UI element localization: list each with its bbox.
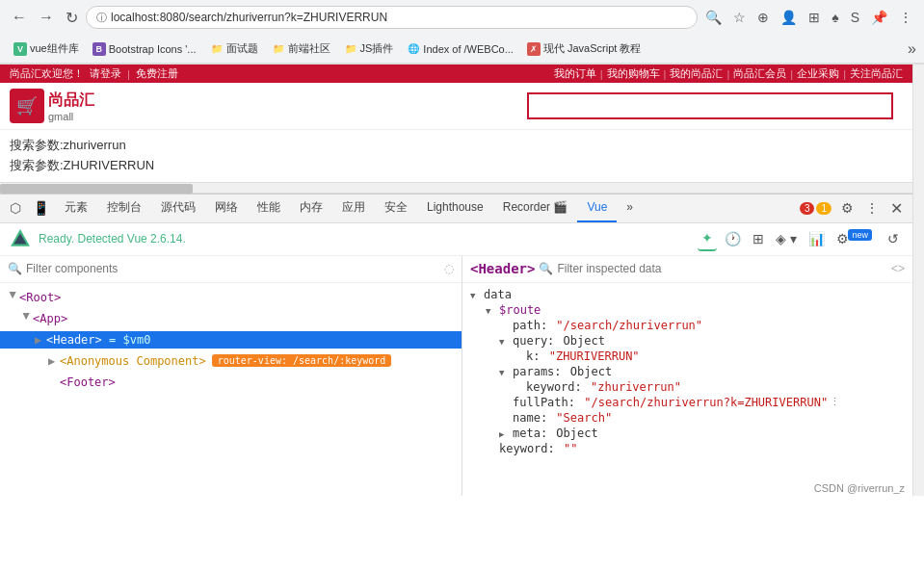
bookmark-plugin[interactable]: 📁 JS插件 — [338, 39, 400, 59]
tab-elements[interactable]: 元素 — [55, 194, 97, 222]
vue-status-text: Ready. Detected Vue 2.6.14. — [39, 232, 186, 246]
logo-cart-icon: 🛒 — [10, 89, 44, 123]
arrow-icon[interactable] — [499, 365, 511, 378]
router-icon[interactable]: ◈ ▾ — [772, 227, 801, 250]
logo-sub: gmall — [48, 111, 94, 122]
game-icon[interactable]: ♠ — [828, 6, 842, 29]
tab-vue[interactable]: Vue — [577, 194, 617, 222]
more-icon[interactable]: ⋮ — [895, 6, 916, 29]
tree-tag: <Footer> — [60, 375, 116, 389]
back-button[interactable]: ← — [8, 5, 31, 30]
tab-more[interactable]: » — [617, 194, 643, 222]
forward-button[interactable]: → — [35, 5, 58, 30]
tab-security[interactable]: 安全 — [375, 194, 417, 222]
components-icon[interactable]: ✦ — [698, 226, 717, 251]
vue-icon: V — [13, 42, 27, 56]
bookmark-interview[interactable]: 📁 面试题 — [204, 39, 264, 59]
data-key: query: — [513, 334, 554, 348]
bookmark-community[interactable]: 📁 前端社区 — [266, 39, 336, 59]
arrow-icon[interactable] — [486, 303, 497, 317]
skype-icon[interactable]: S — [847, 6, 863, 29]
component-tree: ▶ <Root> ▶ <App> — [0, 283, 462, 496]
tree-row-root[interactable]: ▶ <Root> — [0, 289, 462, 306]
expand-icon[interactable]: <> — [891, 262, 905, 275]
bookmark-bootstrap[interactable]: B Bootstrap Icons '... — [87, 39, 202, 59]
data-value: Object — [564, 365, 613, 378]
tree-row-anonymous[interactable]: ▶ <Anonymous Component> router-view: /se… — [0, 352, 462, 370]
profile-icon[interactable]: 👤 — [777, 6, 801, 29]
more-bookmarks-icon[interactable]: » — [908, 40, 916, 58]
refresh-icon[interactable]: ↺ — [884, 227, 903, 250]
data-value: "Search" — [549, 411, 612, 425]
arrow-icon[interactable] — [470, 288, 482, 301]
page-wrapper: 尚品汇欢迎您！ 请登录 | 免费注册 我的订单 | 我的购物车 | 我的尚品汇 … — [0, 65, 924, 496]
my-account-link[interactable]: 我的尚品汇 — [670, 66, 723, 81]
filter-inspected-input[interactable] — [557, 262, 887, 275]
my-cart-link[interactable]: 我的购物车 — [607, 66, 660, 81]
tab-sources[interactable]: 源代码 — [151, 194, 205, 222]
bookmark-index[interactable]: 🌐 Index of /WEBCo... — [401, 39, 519, 59]
browser-chrome: ← → ↻ ⓘ localhost:8080/search/zhuriverru… — [0, 0, 924, 65]
more-btn[interactable]: ⋮ — [830, 396, 840, 408]
grid-icon[interactable]: ⊞ — [805, 6, 824, 29]
bookmark-js-tutorial[interactable]: ✗ 现代 JavaScript 教程 — [521, 39, 647, 59]
device-toolbar-icon[interactable]: 📱 — [27, 196, 55, 220]
lock-icon: ⓘ — [96, 11, 107, 25]
filter-components-input[interactable] — [26, 262, 440, 275]
search-icon[interactable]: 🔍 — [701, 6, 726, 29]
vertical-scrollbar[interactable] — [912, 65, 924, 496]
tab-network[interactable]: 网络 — [205, 194, 248, 222]
bookmark-vue[interactable]: V vue组件库 — [8, 39, 85, 59]
pin-icon[interactable]: 📌 — [867, 6, 891, 29]
tree-row-footer[interactable]: <Footer> — [0, 374, 462, 391]
tab-recorder[interactable]: Recorder 🎬 — [493, 194, 578, 222]
tab-lighthouse[interactable]: Lighthouse — [417, 194, 493, 222]
enterprise-link[interactable]: 企业采购 — [797, 66, 839, 81]
tree-arrow-icon[interactable]: ▶ — [35, 333, 46, 347]
devtools-more-icon[interactable]: ⋮ — [859, 196, 884, 220]
logo-text: 尚品汇 gmall — [48, 91, 94, 122]
member-link[interactable]: 尚品汇会员 — [733, 66, 786, 81]
settings-icon[interactable]: ⚙ — [835, 196, 859, 220]
data-key: keyword: — [499, 442, 555, 455]
bookmark-icon[interactable]: ☆ — [729, 6, 750, 29]
tree-arrow-icon[interactable]: ▶ — [7, 292, 20, 303]
h-scrollbar[interactable] — [0, 182, 912, 194]
vuex-icon[interactable]: ⊞ — [749, 227, 768, 250]
timeline-icon[interactable]: 🕐 — [721, 227, 745, 250]
performance-icon[interactable]: 📊 — [805, 227, 829, 250]
address-bar[interactable]: ⓘ localhost:8080/search/zhuriverrun?k=ZH… — [86, 6, 698, 29]
footer-note: CSDN @riverrun_z — [462, 480, 912, 496]
router-view-badge: router-view: /search/:keyword — [212, 354, 392, 367]
folder-icon: 📁 — [272, 42, 285, 56]
logo-area: 🛒 尚品汇 gmall — [10, 89, 94, 123]
tree-row-header[interactable]: ▶ <Header> = $vm0 — [0, 331, 462, 349]
arrow-icon[interactable] — [499, 334, 511, 348]
tree-arrow-icon[interactable]: ▶ — [20, 313, 34, 324]
devtools: ⬡ 📱 元素 控制台 源代码 网络 性能 内存 应用 安全 Lighthouse… — [0, 194, 912, 496]
loading-spinner-icon: ◌ — [444, 262, 454, 275]
tree-row-app[interactable]: ▶ <App> — [0, 310, 462, 327]
devtools-close-button[interactable]: ✕ — [884, 195, 909, 221]
data-value: "zhuriverrun" — [584, 380, 681, 394]
h-scrollbar-thumb[interactable] — [0, 184, 193, 194]
address-text: localhost:8080/search/zhuriverrun?k=ZHUR… — [111, 11, 687, 24]
tree-arrow-icon[interactable]: ▶ — [48, 354, 60, 368]
search-result-text: 搜索参数:zhuriverrun 搜索参数:ZHURIVERRUN — [0, 130, 912, 182]
tab-performance[interactable]: 性能 — [248, 194, 290, 222]
inspect-element-icon[interactable]: ⬡ — [4, 196, 27, 220]
reload-button[interactable]: ↻ — [62, 5, 82, 31]
search-input[interactable] — [527, 92, 893, 119]
login-link[interactable]: 请登录 — [90, 66, 121, 81]
arrow-icon[interactable] — [499, 427, 511, 440]
my-orders-link[interactable]: 我的订单 — [554, 66, 596, 81]
data-value: Object — [556, 334, 605, 348]
tab-console[interactable]: 控制台 — [97, 194, 151, 222]
data-key: name: — [513, 411, 547, 425]
search-param-line2: 搜索参数:ZHURIVERRUN — [10, 156, 903, 176]
follow-link[interactable]: 关注尚品汇 — [850, 66, 903, 81]
register-link[interactable]: 免费注册 — [136, 66, 178, 81]
tab-memory[interactable]: 内存 — [290, 194, 332, 222]
tab-application[interactable]: 应用 — [332, 194, 375, 222]
extension-icon[interactable]: ⊕ — [753, 6, 773, 29]
